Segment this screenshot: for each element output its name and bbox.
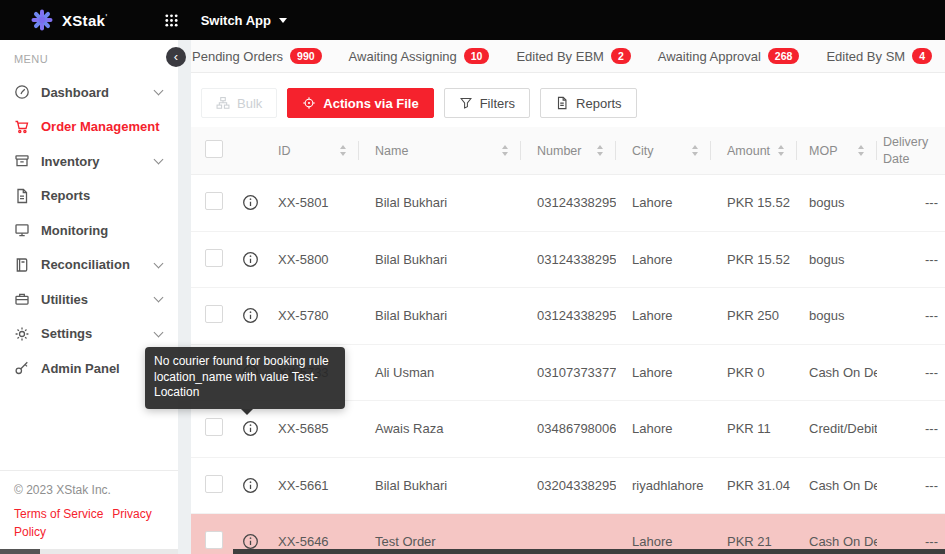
cell-city: Lahore	[616, 308, 711, 323]
tab-pending-orders[interactable]: Pending Orders990	[192, 40, 322, 72]
cell-name: Bilal Bukhari	[359, 308, 521, 323]
sidebar-item-label: Settings	[41, 326, 155, 341]
tab-awaiting-approval[interactable]: Awaiting Approval268	[658, 40, 800, 72]
row-checkbox[interactable]	[205, 249, 223, 267]
info-icon[interactable]	[242, 307, 259, 324]
sort-carets-icon[interactable]	[340, 145, 346, 156]
sidebar-collapse-button[interactable]: ‹	[166, 47, 186, 67]
cell-delivery_date: ---	[877, 308, 945, 323]
sort-carets-icon[interactable]	[502, 145, 508, 156]
info-icon[interactable]	[242, 251, 259, 268]
column-header-number[interactable]: Number	[521, 127, 616, 174]
cell-amount: PKR 15.52	[711, 252, 797, 267]
sidebar-item-monitoring[interactable]: Monitoring	[0, 213, 178, 248]
info-icon[interactable]	[242, 477, 259, 494]
toolbox-icon	[14, 291, 30, 307]
sidebar-scrollbar-thumb[interactable]	[0, 549, 40, 554]
sidebar-item-dashboard[interactable]: Dashboard	[0, 75, 178, 110]
row-checkbox[interactable]	[205, 418, 223, 436]
info-icon[interactable]	[242, 194, 259, 211]
select-all-checkbox[interactable]	[205, 140, 223, 158]
row-select-cell	[191, 305, 235, 326]
cell-delivery_date: ---	[877, 478, 945, 493]
sidebar-scrollbar-track	[40, 549, 178, 554]
tooltip-arrow-icon	[241, 409, 253, 415]
actions-via-file-button[interactable]: Actions via File	[287, 88, 433, 118]
column-header-city[interactable]: City	[616, 127, 711, 174]
row-checkbox[interactable]	[205, 192, 223, 210]
info-icon[interactable]	[242, 420, 259, 437]
sidebar-item-settings[interactable]: Settings	[0, 317, 178, 352]
apps-grid-icon[interactable]	[164, 13, 179, 28]
table-row: XX-5801Bilal Bukhari03124338295LahorePKR…	[191, 175, 945, 232]
table-horizontal-scrollbar[interactable]	[233, 549, 945, 554]
filters-button[interactable]: Filters	[444, 88, 530, 118]
cell-name: Bilal Bukhari	[359, 195, 521, 210]
funnel-icon	[459, 96, 473, 110]
app-window: XStak' Switch App MENU DashboardOrder Ma…	[0, 0, 945, 554]
chevron-down-icon	[154, 293, 164, 303]
tab-edited-by-ebm[interactable]: Edited By EBM2	[516, 40, 630, 72]
sidebar-item-utilities[interactable]: Utilities	[0, 282, 178, 317]
cell-id: XX-5646	[265, 534, 359, 549]
sidebar-item-reconciliation[interactable]: Reconciliation	[0, 248, 178, 283]
cell-delivery_date: ---	[877, 421, 945, 436]
toolbar: Bulk Actions via File Filters Reports	[191, 73, 945, 127]
sidebar-item-label: Dashboard	[41, 85, 155, 100]
count-badge: 4	[912, 48, 932, 65]
table-row: XX-5800Bilal Bukhari03124338295LahorePKR…	[191, 232, 945, 289]
row-checkbox[interactable]	[205, 531, 223, 549]
sidebar-item-order-management[interactable]: Order Management	[0, 110, 178, 145]
terms-of-service-link[interactable]: Terms of Service	[14, 507, 103, 521]
row-info-cell	[235, 533, 265, 550]
sidebar-item-inventory[interactable]: Inventory	[0, 144, 178, 179]
row-info-cell	[235, 194, 265, 211]
cell-delivery_date: ---	[877, 534, 945, 549]
sort-carets-icon[interactable]	[858, 145, 864, 156]
key-icon	[14, 360, 30, 376]
row-select-cell	[191, 418, 235, 439]
cell-number: 03107373377	[521, 365, 616, 380]
column-header-amount[interactable]: Amount	[711, 127, 797, 174]
brand-name: XStak'	[62, 12, 108, 29]
cell-name: Awais Raza	[359, 421, 521, 436]
cell-id: XX-5780	[265, 308, 359, 323]
row-select-cell	[191, 475, 235, 496]
sidebar-item-reports[interactable]: Reports	[0, 179, 178, 214]
info-icon[interactable]	[242, 533, 259, 550]
row-checkbox[interactable]	[205, 475, 223, 493]
count-badge: 10	[464, 48, 490, 65]
column-header-mop[interactable]: MOP	[797, 127, 877, 174]
row-info-cell	[235, 420, 265, 437]
sidebar-item-label: Reconciliation	[41, 257, 155, 272]
cell-number: 03124338295	[521, 195, 616, 210]
cell-mop: Cash On Del...	[797, 365, 877, 380]
chevron-down-icon	[154, 86, 164, 96]
sort-carets-icon[interactable]	[597, 145, 603, 156]
column-header-name[interactable]: Name	[359, 127, 521, 174]
column-header-id[interactable]: ID	[265, 127, 359, 174]
sidebar-item-label: Monitoring	[41, 223, 168, 238]
cell-city: riyadhlahore	[616, 478, 711, 493]
dashboard-icon	[14, 84, 30, 100]
cell-delivery_date: ---	[877, 365, 945, 380]
tab-edited-by-sm[interactable]: Edited By SM4	[826, 40, 932, 72]
cell-delivery_date: ---	[877, 252, 945, 267]
tab-awaiting-assigning[interactable]: Awaiting Assigning10	[349, 40, 490, 72]
reports-button[interactable]: Reports	[540, 88, 637, 118]
cell-id: XX-5661	[265, 478, 359, 493]
sidebar-item-label: Reports	[41, 188, 168, 203]
archive-icon	[14, 153, 30, 169]
row-select-cell	[191, 192, 235, 213]
topbar: XStak' Switch App	[0, 0, 945, 40]
sort-carets-icon[interactable]	[778, 145, 784, 156]
app-switcher[interactable]: Switch App	[201, 13, 287, 28]
tab-label: Awaiting Assigning	[349, 49, 457, 64]
sort-carets-icon[interactable]	[692, 145, 698, 156]
row-checkbox[interactable]	[205, 305, 223, 323]
row-info-cell	[235, 307, 265, 324]
chevron-down-icon	[154, 258, 164, 268]
sidebar-item-label: Inventory	[41, 154, 155, 169]
cell-city: Lahore	[616, 534, 711, 549]
bulk-button[interactable]: Bulk	[201, 88, 277, 118]
